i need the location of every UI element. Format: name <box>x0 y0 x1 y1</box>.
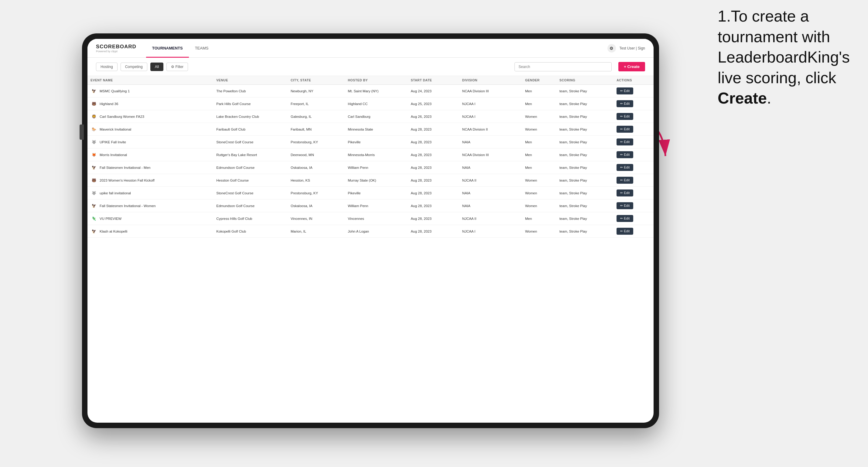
cell-venue: Faribault Golf Club <box>213 123 288 136</box>
event-name-text: Morris Invitational <box>100 153 127 157</box>
cell-actions: ✏ Edit <box>614 123 654 136</box>
cell-division: NAIA <box>459 136 522 149</box>
cell-event-name: 🦅 MSMC Qualifying 1 <box>88 85 213 97</box>
cell-gender: Women <box>522 123 556 136</box>
edit-button[interactable]: ✏ Edit <box>617 215 633 222</box>
team-icon: 🦅 <box>91 228 97 235</box>
app-logo: SCOREBOARD <box>96 44 136 50</box>
edit-button[interactable]: ✏ Edit <box>617 228 633 235</box>
cell-scoring: team, Stroke Play <box>556 123 614 136</box>
cell-venue: Park Hills Golf Course <box>213 97 288 110</box>
cell-start-date: Aug 28, 2023 <box>408 161 459 174</box>
col-division: DIVISION <box>459 76 522 85</box>
cell-hosted-by: Murray State (OK) <box>345 174 408 187</box>
search-input[interactable] <box>515 62 612 71</box>
edit-button[interactable]: ✏ Edit <box>617 151 633 158</box>
team-icon: 🐻 <box>91 100 97 107</box>
edit-button[interactable]: ✏ Edit <box>617 113 633 120</box>
tablet-screen: SCOREBOARD Powered by clippt TOURNAMENTS… <box>88 39 654 423</box>
cell-event-name: 🦎 VU PREVIEW <box>88 212 213 225</box>
team-icon: 🦊 <box>91 152 97 158</box>
cell-start-date: Aug 28, 2023 <box>408 212 459 225</box>
col-hosted-by: HOSTED BY <box>345 76 408 85</box>
cell-event-name: 🐺 upike fall invitational <box>88 187 213 199</box>
edit-button[interactable]: ✏ Edit <box>617 164 633 171</box>
cell-gender: Women <box>522 187 556 199</box>
cell-venue: Lake Bracken Country Club <box>213 110 288 123</box>
main-nav: TOURNAMENTS TEAMS <box>146 39 215 57</box>
cell-city-state: Oskaloosa, IA <box>288 199 345 212</box>
cell-gender: Men <box>522 212 556 225</box>
event-name-text: MSMC Qualifying 1 <box>100 89 130 93</box>
cell-actions: ✏ Edit <box>614 199 654 212</box>
edit-button[interactable]: ✏ Edit <box>617 88 633 94</box>
cell-scoring: team, Stroke Play <box>556 85 614 97</box>
table-row: 🦅 MSMC Qualifying 1 The Powelton Club Ne… <box>88 85 654 97</box>
table-row: 🐻 2023 Women's Hesston Fall Kickoff Hess… <box>88 174 654 187</box>
filter-competing[interactable]: Competing <box>121 63 147 71</box>
table-row: 🦎 VU PREVIEW Cypress Hills Golf Club Vin… <box>88 212 654 225</box>
cell-venue: Hesston Golf Course <box>213 174 288 187</box>
edit-button[interactable]: ✏ Edit <box>617 126 633 133</box>
cell-start-date: Aug 25, 2023 <box>408 97 459 110</box>
cell-venue: StoneCrest Golf Course <box>213 136 288 149</box>
cell-start-date: Aug 28, 2023 <box>408 149 459 161</box>
col-gender: GENDER <box>522 76 556 85</box>
event-name-text: Fall Statesmen Invitational - Men <box>100 166 150 169</box>
team-icon: 🐻 <box>91 177 97 184</box>
edit-button[interactable]: ✏ Edit <box>617 189 633 196</box>
cell-hosted-by: Mt. Saint Mary (NY) <box>345 85 408 97</box>
cell-division: NCAA Division III <box>459 85 522 97</box>
cell-event-name: 🐻 Highland 36 <box>88 97 213 110</box>
filter-all[interactable]: All <box>150 63 163 71</box>
cell-city-state: Prestonsburg, KY <box>288 187 345 199</box>
cell-city-state: Hesston, KS <box>288 174 345 187</box>
event-name-text: VU PREVIEW <box>100 217 122 220</box>
cell-actions: ✏ Edit <box>614 149 654 161</box>
team-icon: 🦎 <box>91 215 97 222</box>
settings-icon[interactable]: ⚙ <box>608 44 616 53</box>
edit-button[interactable]: ✏ Edit <box>617 202 633 209</box>
tournaments-table-container[interactable]: EVENT NAME VENUE CITY, STATE HOSTED BY S… <box>88 76 654 423</box>
edit-button[interactable]: ✏ Edit <box>617 138 633 146</box>
cell-venue: Ruttger's Bay Lake Resort <box>213 149 288 161</box>
cell-division: NCAA Division III <box>459 149 522 161</box>
cell-venue: The Powelton Club <box>213 85 288 97</box>
cell-hosted-by: Highland CC <box>345 97 408 110</box>
cell-hosted-by: Vincennes <box>345 212 408 225</box>
edit-button[interactable]: ✏ Edit <box>617 100 633 107</box>
event-name-text: 2023 Women's Hesston Fall Kickoff <box>100 179 155 182</box>
edit-button[interactable]: ✏ Edit <box>617 177 633 184</box>
cell-division: NCAA Division II <box>459 123 522 136</box>
cell-event-name: 🐻 2023 Women's Hesston Fall Kickoff <box>88 174 213 187</box>
table-row: 🦅 Klash at Kokopelli Kokopelli Golf Club… <box>88 225 654 238</box>
table-header-row: EVENT NAME VENUE CITY, STATE HOSTED BY S… <box>88 76 654 85</box>
create-button[interactable]: + Create <box>618 62 645 71</box>
cell-event-name: 🦊 Morris Invitational <box>88 149 213 161</box>
team-icon: 🐺 <box>91 190 97 196</box>
cell-hosted-by: Pikeville <box>345 136 408 149</box>
tab-teams[interactable]: TEAMS <box>189 39 215 58</box>
cell-hosted-by: William Penn <box>345 161 408 174</box>
cell-start-date: Aug 28, 2023 <box>408 199 459 212</box>
cell-gender: Men <box>522 149 556 161</box>
event-name-text: Maverick Invitational <box>100 127 131 131</box>
table-row: 🐺 UPIKE Fall Invite StoneCrest Golf Cour… <box>88 136 654 149</box>
cell-start-date: Aug 28, 2023 <box>408 225 459 238</box>
cell-scoring: team, Stroke Play <box>556 174 614 187</box>
annotation-cta: Create <box>718 89 767 107</box>
cell-city-state: Deerwood, MN <box>288 149 345 161</box>
cell-venue: Edmundson Golf Course <box>213 161 288 174</box>
col-city-state: CITY, STATE <box>288 76 345 85</box>
col-venue: VENUE <box>213 76 288 85</box>
cell-venue: Edmundson Golf Course <box>213 199 288 212</box>
cell-gender: Men <box>522 136 556 149</box>
cell-hosted-by: John A Logan <box>345 225 408 238</box>
table-row: 🦅 Fall Statesmen Invitational - Men Edmu… <box>88 161 654 174</box>
cell-division: NJCAA I <box>459 97 522 110</box>
cell-venue: StoneCrest Golf Course <box>213 187 288 199</box>
cell-start-date: Aug 28, 2023 <box>408 187 459 199</box>
filter-hosting[interactable]: Hosting <box>96 63 118 71</box>
filter-button[interactable]: ⚙ Filter <box>166 63 188 71</box>
tab-tournaments[interactable]: TOURNAMENTS <box>146 39 189 58</box>
